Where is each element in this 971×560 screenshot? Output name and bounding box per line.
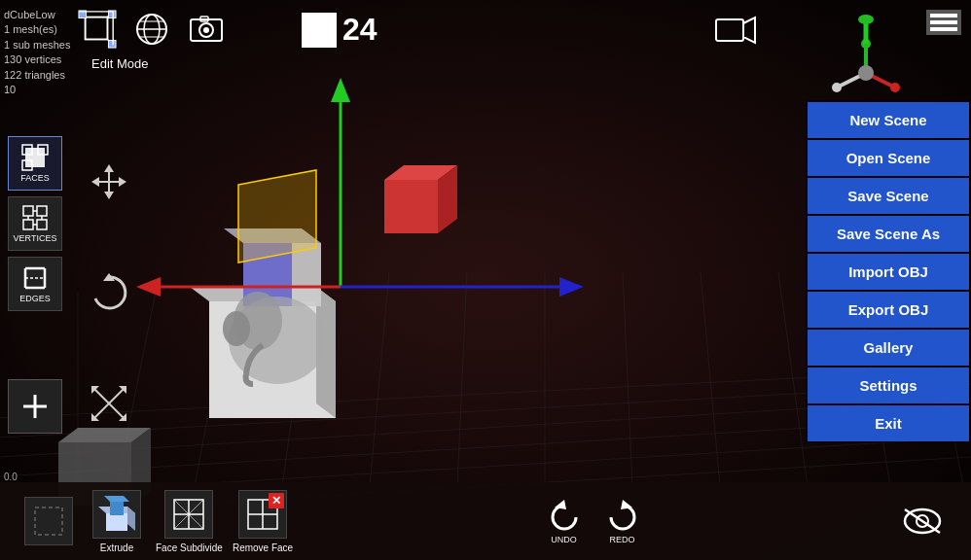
svg-rect-70 xyxy=(25,148,45,167)
move-icon[interactable] xyxy=(88,160,130,203)
sidebar-edges-button[interactable]: EDGES xyxy=(8,257,62,311)
exit-button[interactable]: Exit xyxy=(808,405,969,441)
visibility-toggle[interactable] xyxy=(893,504,952,539)
extrude-tool[interactable]: Extrude xyxy=(88,490,146,553)
open-scene-button[interactable]: Open Scene xyxy=(808,140,969,176)
redo-label: REDO xyxy=(610,535,635,544)
sidebar-faces-button[interactable]: FACES xyxy=(8,136,62,191)
edges-label: EDGES xyxy=(19,294,51,303)
save-scene-as-button[interactable]: Save Scene As xyxy=(808,216,969,252)
redo-button[interactable]: REDO xyxy=(603,498,642,544)
left-sidebar: FACES VERTICES EDGES xyxy=(8,136,62,311)
object-name: dCubeLow xyxy=(4,8,70,22)
frame-number: 24 xyxy=(342,12,378,48)
vertex-count: 130 vertices xyxy=(4,52,70,67)
svg-rect-50 xyxy=(86,18,108,40)
remove-face-label: Remove Face xyxy=(233,542,293,553)
undo-button[interactable]: UNDO xyxy=(545,498,584,544)
svg-rect-56 xyxy=(108,40,116,48)
svg-rect-31 xyxy=(384,180,438,233)
svg-rect-68 xyxy=(716,19,743,41)
svg-point-47 xyxy=(858,65,874,81)
undo-label: UNDO xyxy=(551,535,577,544)
triangle-count: 122 triangles xyxy=(4,68,70,83)
cube-icon-button[interactable] xyxy=(78,10,117,49)
add-object-button[interactable] xyxy=(8,379,62,434)
svg-rect-75 xyxy=(37,206,47,216)
bottom-tools-group: Extrude Face Subdivide xyxy=(19,490,293,553)
remove-face-tool[interactable]: ✕ Remove Face xyxy=(233,490,293,553)
svg-rect-76 xyxy=(23,220,33,229)
svg-point-49 xyxy=(858,15,874,24)
svg-rect-103 xyxy=(106,513,127,531)
scale-icon[interactable] xyxy=(88,382,130,425)
svg-marker-69 xyxy=(743,18,755,43)
ham-line-1 xyxy=(930,14,957,18)
svg-point-66 xyxy=(203,27,209,33)
info-panel: dCubeLow 1 mesh(es) 1 sub meshes 130 ver… xyxy=(4,8,70,97)
ham-line-3 xyxy=(930,27,957,31)
face-subdivide-icon-box xyxy=(164,490,213,539)
bottom-coordinates: 0.0 xyxy=(4,472,18,482)
empty-tool-slot[interactable] xyxy=(19,497,78,545)
remove-face-icon-box: ✕ xyxy=(238,490,287,539)
svg-point-30 xyxy=(223,311,250,346)
camera-icon[interactable] xyxy=(714,14,757,52)
faces-label: FACES xyxy=(20,173,50,183)
object-id: 10 xyxy=(4,83,70,97)
svg-marker-92 xyxy=(104,192,114,199)
rotate-icon[interactable] xyxy=(88,271,130,314)
settings-button[interactable]: Settings xyxy=(808,368,969,403)
svg-marker-40 xyxy=(238,170,316,262)
vertices-label: VERTICES xyxy=(14,233,57,243)
navigation-icons xyxy=(88,160,130,425)
svg-marker-91 xyxy=(104,164,114,172)
face-subdivide-label: Face Subdivide xyxy=(156,542,223,553)
mesh-count: 1 mesh(es) xyxy=(4,22,70,37)
edit-mode-label: Edit Mode xyxy=(91,56,149,71)
svg-point-44 xyxy=(890,83,900,92)
undo-redo-group: UNDO REDO xyxy=(545,498,642,544)
new-scene-button[interactable]: New Scene xyxy=(808,102,969,138)
right-menu: New Scene Open Scene Save Scene Save Sce… xyxy=(806,100,971,443)
extrude-icon-box xyxy=(92,490,141,539)
svg-point-46 xyxy=(832,83,842,92)
viewport[interactable]: dCubeLow 1 mesh(es) 1 sub meshes 130 ver… xyxy=(0,0,971,560)
ham-line-2 xyxy=(930,20,957,24)
svg-rect-77 xyxy=(37,220,47,229)
export-obj-button[interactable]: Export OBJ xyxy=(808,292,969,328)
frame-box xyxy=(302,13,337,48)
bottom-toolbar: Extrude Face Subdivide xyxy=(0,482,971,560)
extrude-label: Extrude xyxy=(100,542,133,553)
sub-meshes: 1 sub meshes xyxy=(4,38,70,52)
sidebar-vertices-button[interactable]: VERTICES xyxy=(8,196,62,251)
face-subdivide-tool[interactable]: Face Subdivide xyxy=(156,490,223,553)
import-obj-button[interactable]: Import OBJ xyxy=(808,254,969,290)
hamburger-menu-button[interactable] xyxy=(926,10,961,35)
gallery-button[interactable]: Gallery xyxy=(808,330,969,366)
globe-icon-button[interactable] xyxy=(132,10,171,49)
svg-marker-107 xyxy=(104,496,129,502)
frame-counter: 24 xyxy=(302,12,378,48)
empty-slot-box xyxy=(24,497,73,545)
screenshot-icon-button[interactable] xyxy=(187,10,226,49)
svg-marker-94 xyxy=(119,177,126,187)
top-toolbar xyxy=(78,10,226,49)
svg-rect-102 xyxy=(35,508,62,535)
svg-rect-106 xyxy=(110,502,124,515)
svg-marker-93 xyxy=(91,177,99,187)
svg-rect-74 xyxy=(23,206,33,216)
save-scene-button[interactable]: Save Scene xyxy=(808,178,969,214)
svg-marker-105 xyxy=(127,507,135,531)
